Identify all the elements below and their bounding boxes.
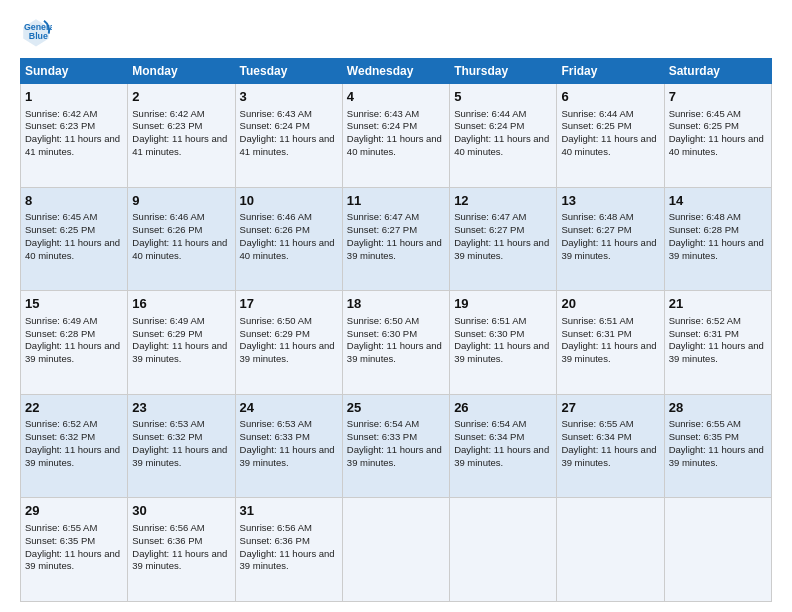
day-info: Daylight: 11 hours and 39 minutes. <box>454 444 552 470</box>
col-friday: Friday <box>557 59 664 84</box>
day-number: 18 <box>347 295 445 313</box>
day-number: 12 <box>454 192 552 210</box>
day-info: Sunrise: 6:48 AM <box>561 211 659 224</box>
day-info: Sunset: 6:29 PM <box>240 328 338 341</box>
day-number: 17 <box>240 295 338 313</box>
day-info: Sunset: 6:30 PM <box>454 328 552 341</box>
day-number: 27 <box>561 399 659 417</box>
day-info: Sunset: 6:26 PM <box>132 224 230 237</box>
day-info: Sunset: 6:24 PM <box>240 120 338 133</box>
day-number: 28 <box>669 399 767 417</box>
day-info: Sunrise: 6:55 AM <box>669 418 767 431</box>
day-info: Sunset: 6:36 PM <box>240 535 338 548</box>
day-number: 30 <box>132 502 230 520</box>
table-row: 18Sunrise: 6:50 AMSunset: 6:30 PMDayligh… <box>342 291 449 395</box>
day-info: Daylight: 11 hours and 39 minutes. <box>240 548 338 574</box>
day-info: Sunrise: 6:49 AM <box>25 315 123 328</box>
day-info: Daylight: 11 hours and 39 minutes. <box>132 444 230 470</box>
day-info: Daylight: 11 hours and 39 minutes. <box>240 444 338 470</box>
calendar-row: 1Sunrise: 6:42 AMSunset: 6:23 PMDaylight… <box>21 84 772 188</box>
day-info: Sunrise: 6:55 AM <box>561 418 659 431</box>
table-row: 31Sunrise: 6:56 AMSunset: 6:36 PMDayligh… <box>235 498 342 602</box>
day-info: Sunset: 6:33 PM <box>240 431 338 444</box>
day-info: Sunset: 6:25 PM <box>669 120 767 133</box>
day-info: Sunset: 6:27 PM <box>561 224 659 237</box>
day-info: Sunrise: 6:51 AM <box>454 315 552 328</box>
table-row: 15Sunrise: 6:49 AMSunset: 6:28 PMDayligh… <box>21 291 128 395</box>
col-monday: Monday <box>128 59 235 84</box>
day-info: Daylight: 11 hours and 40 minutes. <box>347 133 445 159</box>
day-info: Sunset: 6:32 PM <box>25 431 123 444</box>
table-row: 20Sunrise: 6:51 AMSunset: 6:31 PMDayligh… <box>557 291 664 395</box>
header-row: Sunday Monday Tuesday Wednesday Thursday… <box>21 59 772 84</box>
day-info: Sunrise: 6:54 AM <box>454 418 552 431</box>
day-info: Daylight: 11 hours and 39 minutes. <box>347 340 445 366</box>
day-number: 1 <box>25 88 123 106</box>
day-info: Daylight: 11 hours and 39 minutes. <box>240 340 338 366</box>
day-info: Sunset: 6:27 PM <box>454 224 552 237</box>
day-info: Daylight: 11 hours and 39 minutes. <box>561 444 659 470</box>
svg-text:Blue: Blue <box>29 31 48 41</box>
day-info: Daylight: 11 hours and 39 minutes. <box>669 340 767 366</box>
table-row: 25Sunrise: 6:54 AMSunset: 6:33 PMDayligh… <box>342 394 449 498</box>
day-info: Daylight: 11 hours and 39 minutes. <box>132 340 230 366</box>
day-number: 29 <box>25 502 123 520</box>
day-info: Sunrise: 6:42 AM <box>25 108 123 121</box>
table-row: 8Sunrise: 6:45 AMSunset: 6:25 PMDaylight… <box>21 187 128 291</box>
day-number: 21 <box>669 295 767 313</box>
day-number: 22 <box>25 399 123 417</box>
day-info: Sunrise: 6:45 AM <box>669 108 767 121</box>
table-row: 21Sunrise: 6:52 AMSunset: 6:31 PMDayligh… <box>664 291 771 395</box>
table-row: 29Sunrise: 6:55 AMSunset: 6:35 PMDayligh… <box>21 498 128 602</box>
day-number: 6 <box>561 88 659 106</box>
table-row: 6Sunrise: 6:44 AMSunset: 6:25 PMDaylight… <box>557 84 664 188</box>
calendar-row: 29Sunrise: 6:55 AMSunset: 6:35 PMDayligh… <box>21 498 772 602</box>
day-info: Sunrise: 6:46 AM <box>132 211 230 224</box>
table-row <box>450 498 557 602</box>
day-number: 4 <box>347 88 445 106</box>
day-info: Sunset: 6:31 PM <box>669 328 767 341</box>
day-info: Daylight: 11 hours and 40 minutes. <box>454 133 552 159</box>
day-info: Sunrise: 6:56 AM <box>240 522 338 535</box>
day-info: Daylight: 11 hours and 39 minutes. <box>132 548 230 574</box>
table-row: 17Sunrise: 6:50 AMSunset: 6:29 PMDayligh… <box>235 291 342 395</box>
day-info: Sunrise: 6:47 AM <box>347 211 445 224</box>
table-row: 3Sunrise: 6:43 AMSunset: 6:24 PMDaylight… <box>235 84 342 188</box>
day-number: 19 <box>454 295 552 313</box>
day-info: Sunset: 6:24 PM <box>347 120 445 133</box>
day-info: Daylight: 11 hours and 39 minutes. <box>669 444 767 470</box>
table-row: 9Sunrise: 6:46 AMSunset: 6:26 PMDaylight… <box>128 187 235 291</box>
day-info: Sunrise: 6:46 AM <box>240 211 338 224</box>
table-row: 23Sunrise: 6:53 AMSunset: 6:32 PMDayligh… <box>128 394 235 498</box>
day-info: Daylight: 11 hours and 41 minutes. <box>132 133 230 159</box>
calendar-row: 22Sunrise: 6:52 AMSunset: 6:32 PMDayligh… <box>21 394 772 498</box>
day-info: Sunrise: 6:42 AM <box>132 108 230 121</box>
table-row: 16Sunrise: 6:49 AMSunset: 6:29 PMDayligh… <box>128 291 235 395</box>
day-info: Sunrise: 6:51 AM <box>561 315 659 328</box>
day-info: Sunset: 6:31 PM <box>561 328 659 341</box>
table-row <box>342 498 449 602</box>
day-info: Sunrise: 6:54 AM <box>347 418 445 431</box>
table-row: 5Sunrise: 6:44 AMSunset: 6:24 PMDaylight… <box>450 84 557 188</box>
day-info: Sunrise: 6:43 AM <box>240 108 338 121</box>
day-number: 20 <box>561 295 659 313</box>
day-info: Sunset: 6:32 PM <box>132 431 230 444</box>
day-number: 23 <box>132 399 230 417</box>
day-info: Sunrise: 6:48 AM <box>669 211 767 224</box>
day-number: 3 <box>240 88 338 106</box>
table-row <box>557 498 664 602</box>
header: General Blue <box>20 16 772 48</box>
day-info: Sunrise: 6:53 AM <box>132 418 230 431</box>
col-sunday: Sunday <box>21 59 128 84</box>
day-info: Sunrise: 6:52 AM <box>25 418 123 431</box>
day-info: Daylight: 11 hours and 39 minutes. <box>347 444 445 470</box>
day-info: Sunset: 6:33 PM <box>347 431 445 444</box>
day-info: Daylight: 11 hours and 40 minutes. <box>25 237 123 263</box>
table-row: 4Sunrise: 6:43 AMSunset: 6:24 PMDaylight… <box>342 84 449 188</box>
day-info: Sunrise: 6:52 AM <box>669 315 767 328</box>
day-info: Sunrise: 6:56 AM <box>132 522 230 535</box>
day-info: Sunset: 6:30 PM <box>347 328 445 341</box>
day-number: 9 <box>132 192 230 210</box>
day-number: 14 <box>669 192 767 210</box>
day-info: Sunrise: 6:43 AM <box>347 108 445 121</box>
